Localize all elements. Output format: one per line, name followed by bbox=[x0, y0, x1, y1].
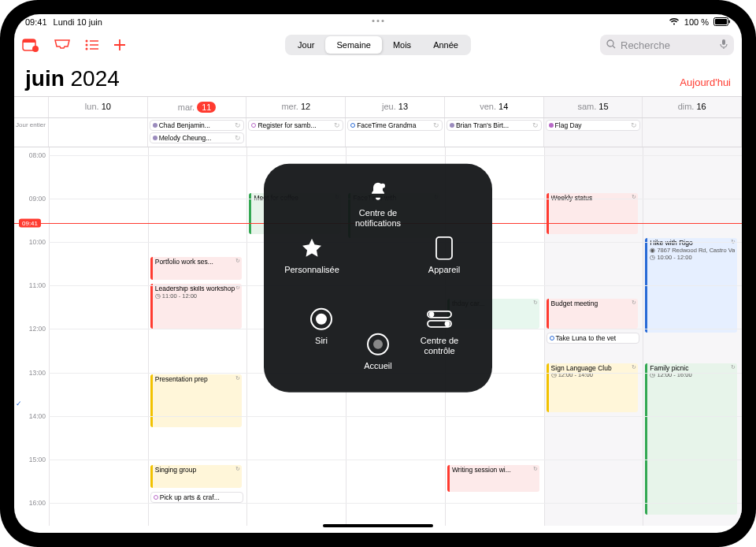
allday-cell-5: Flag Day↻ bbox=[544, 118, 643, 147]
svg-rect-16 bbox=[722, 39, 725, 45]
month-title: juin 2024 bbox=[25, 66, 120, 91]
day-column-5[interactable]: Weekly status↻Budget meeting↻Take Luna t… bbox=[544, 147, 643, 526]
hour-label: 08:00 bbox=[29, 151, 46, 159]
calendar-notify-icon[interactable] bbox=[22, 38, 39, 52]
day-column-0[interactable] bbox=[49, 147, 148, 526]
add-icon[interactable] bbox=[113, 39, 126, 51]
calendar-event[interactable]: Writing session wi...↻ bbox=[447, 465, 539, 492]
svg-point-7 bbox=[86, 44, 88, 47]
allday-cell-1: Chad Benjamin...↻Melody Cheung...↻ bbox=[148, 118, 247, 147]
svg-line-15 bbox=[613, 46, 615, 48]
seg-day[interactable]: Jour bbox=[287, 36, 325, 54]
view-segmented-control[interactable]: Jour Semaine Mois Année bbox=[285, 35, 471, 55]
siri-icon bbox=[308, 306, 335, 333]
day-header-3[interactable]: jeu. 13 bbox=[346, 97, 445, 117]
list-icon[interactable] bbox=[85, 39, 99, 50]
hours-column: 08:0009:0010:0011:0012:0013:0014:0015:00… bbox=[14, 147, 49, 526]
status-bar: 09:41 Lundi 10 juin 100 % bbox=[14, 14, 742, 30]
calendar-event[interactable]: Presentation prep↻ bbox=[150, 374, 243, 427]
search-placeholder: Recherche bbox=[621, 39, 670, 51]
search-field[interactable]: Recherche bbox=[600, 35, 734, 55]
svg-point-5 bbox=[32, 46, 39, 52]
assistive-notifications[interactable]: Centre de notifications bbox=[344, 178, 412, 228]
reminder-pill[interactable]: Pick up arts & craf... bbox=[150, 492, 244, 503]
allday-cell-0 bbox=[49, 118, 148, 147]
allday-row: Jour entier Chad Benjamin...↻Melody Cheu… bbox=[14, 118, 742, 147]
day-column-6[interactable]: Hike with Rigo◉ 7867 Redwood Rd, Castro … bbox=[643, 147, 742, 526]
toggle-icon bbox=[426, 306, 453, 333]
allday-cell-4: Brian Tran's Birt...↻ bbox=[445, 118, 544, 147]
hour-label: 09:00 bbox=[29, 195, 46, 203]
reminder-pill[interactable]: Take Luna to the vet bbox=[547, 333, 640, 344]
today-link[interactable]: Aujourd'hui bbox=[680, 76, 731, 88]
svg-point-14 bbox=[607, 40, 613, 47]
hour-label: 15:00 bbox=[29, 456, 46, 463]
hour-label: 11:00 bbox=[29, 281, 46, 289]
svg-point-26 bbox=[373, 340, 383, 349]
seg-month[interactable]: Mois bbox=[382, 36, 422, 54]
seg-year[interactable]: Année bbox=[422, 36, 469, 54]
allday-event[interactable]: Brian Tran's Birt...↻ bbox=[447, 120, 542, 131]
allday-cell-3: FaceTime Grandma↻ bbox=[346, 118, 445, 147]
calendar-event[interactable]: Leadership skills workshop◷ 11:00 - 12:0… bbox=[150, 284, 243, 329]
ipad-device-frame: 09:41 Lundi 10 juin 100 % bbox=[0, 0, 756, 547]
day-header-5[interactable]: sam. 15 bbox=[544, 97, 643, 117]
home-button-icon bbox=[365, 331, 391, 358]
svg-point-22 bbox=[430, 312, 434, 316]
assistivetouch-overlay[interactable]: Centre de notifications Personnalisée Ap… bbox=[264, 164, 492, 393]
day-header-6[interactable]: dim. 16 bbox=[643, 97, 742, 117]
search-icon bbox=[606, 39, 616, 51]
battery-percent: 100 % bbox=[684, 17, 709, 27]
svg-point-20 bbox=[316, 314, 327, 325]
assistive-home[interactable]: Accueil bbox=[344, 331, 412, 371]
status-time: 09:41 bbox=[25, 17, 47, 27]
assistive-control-center[interactable]: Centre de contrôle bbox=[406, 306, 473, 355]
multitask-dots[interactable] bbox=[372, 20, 384, 22]
hour-label: 12:00 bbox=[29, 325, 46, 333]
inbox-icon[interactable] bbox=[54, 39, 71, 51]
hour-label: 10:00 bbox=[29, 238, 46, 246]
svg-point-24 bbox=[446, 322, 450, 326]
credential-hint: ✓ bbox=[16, 400, 22, 407]
assistive-device[interactable]: Appareil bbox=[410, 235, 478, 275]
calendar-event[interactable]: Sign Language Club◷ 12:00 - 14:00↻ bbox=[547, 363, 639, 412]
allday-event[interactable]: Flag Day↻ bbox=[546, 120, 641, 131]
svg-point-6 bbox=[86, 40, 88, 43]
allday-event[interactable]: Chad Benjamin...↻ bbox=[150, 120, 245, 131]
allday-event[interactable]: Register for samb...↻ bbox=[248, 120, 343, 131]
day-header-2[interactable]: mer. 12 bbox=[246, 97, 346, 117]
battery-icon bbox=[713, 17, 731, 28]
wifi-icon bbox=[669, 17, 680, 27]
allday-event[interactable]: Melody Cheung...↻ bbox=[150, 132, 245, 143]
bell-icon bbox=[365, 178, 391, 205]
svg-rect-2 bbox=[729, 20, 731, 23]
hour-label: 14:00 bbox=[29, 412, 46, 420]
status-date: Lundi 10 juin bbox=[54, 17, 102, 27]
svg-point-8 bbox=[86, 48, 88, 50]
hour-label: 16:00 bbox=[29, 499, 46, 507]
allday-cell-2: Register for samb...↻ bbox=[246, 118, 346, 147]
day-header-1[interactable]: mar. 11 bbox=[148, 97, 247, 117]
hour-label: 13:00 bbox=[29, 369, 46, 377]
toolbar: Jour Semaine Mois Année Recherche bbox=[14, 30, 742, 61]
day-header-4[interactable]: ven. 14 bbox=[445, 97, 544, 117]
allday-event[interactable]: FaceTime Grandma↻ bbox=[347, 120, 443, 131]
calendar-event[interactable]: Budget meeting↻ bbox=[547, 299, 639, 329]
allday-label: Jour entier bbox=[14, 118, 49, 147]
calendar-event[interactable]: Family picnic◷ 12:00 - 16:00↻ bbox=[645, 363, 737, 515]
now-badge: 09:41 bbox=[19, 219, 41, 228]
screen: 09:41 Lundi 10 juin 100 % bbox=[14, 14, 742, 533]
seg-week[interactable]: Semaine bbox=[325, 36, 381, 54]
calendar-event[interactable]: Portfolio work ses...↻ bbox=[150, 257, 243, 280]
calendar-event[interactable]: Singing group↻ bbox=[150, 465, 243, 488]
assistive-custom[interactable]: Personnalisée bbox=[278, 235, 346, 275]
star-icon bbox=[298, 235, 325, 262]
home-indicator[interactable] bbox=[323, 524, 433, 527]
device-icon bbox=[431, 235, 458, 262]
svg-point-17 bbox=[380, 184, 385, 188]
mic-icon[interactable] bbox=[720, 39, 728, 52]
svg-rect-4 bbox=[23, 39, 35, 43]
week-days-header: lun. 10mar. 11mer. 12jeu. 13ven. 14sam. … bbox=[14, 96, 742, 118]
day-header-0[interactable]: lun. 10 bbox=[49, 97, 148, 117]
day-column-1[interactable]: Portfolio work ses...↻Leadership skills … bbox=[148, 147, 247, 526]
